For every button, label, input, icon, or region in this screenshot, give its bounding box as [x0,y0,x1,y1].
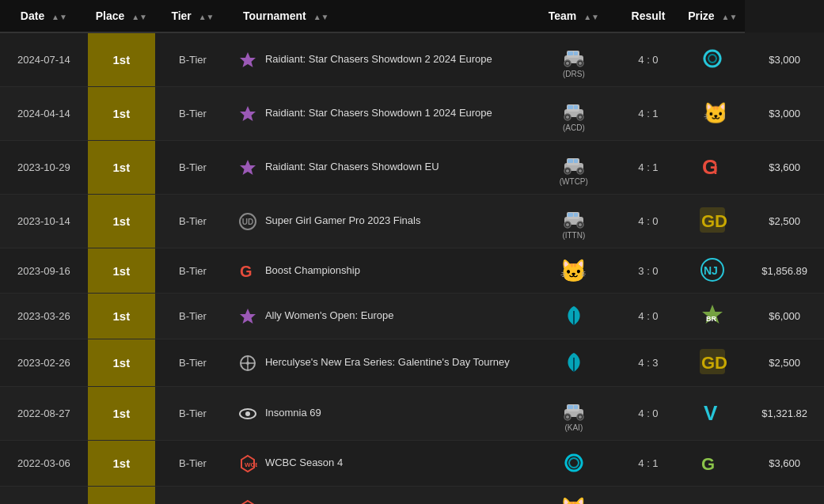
tier-cell: B-Tier [155,487,230,505]
tournament-name: Raidiant: Star Chasers Showdown 1 2024 E… [265,106,492,120]
result-cell: 4 : 0 [617,294,680,339]
tournament-icon: WCB [237,498,259,504]
prize-cell: $1,856.89 [745,248,824,294]
svg-rect-34 [568,213,573,217]
result-cell: 4 : 0 [617,487,680,505]
tournament-cell[interactable]: Ally Women's Open: Europe [230,294,531,339]
tournament-name: Insomnia 69 [265,406,321,420]
tournament-cell[interactable]: UD Super Girl Gamer Pro 2023 Finals [230,195,531,248]
tournament-cell[interactable]: Herculyse's New Era Series: Galentine's … [230,339,531,387]
opponent-cell: G [680,441,745,487]
team-cell: 🐱 [531,487,617,505]
tournament-icon: WCB [237,453,259,475]
tournament-cell[interactable]: Raidiant: Star Chasers Showdown EU [230,141,531,195]
tournament-name: Super Girl Gamer Pro 2023 Finals [265,214,421,228]
tier-cell: B-Tier [155,248,230,294]
place-cell: 1st [88,32,155,87]
date-cell: 2022-03-06 [0,441,88,487]
tournament-cell[interactable]: Insomnia 69 [230,387,531,441]
place-cell: 1st [88,87,155,141]
header-tier[interactable]: Tier ▲▼ [155,0,230,32]
table-row: 2023-02-26 1st B-Tier Herculyse's New Er… [0,339,824,387]
svg-text:G: G [701,454,715,474]
svg-text:BR: BR [706,315,716,323]
tournament-icon: UD [237,210,259,233]
opponent-cell: GD [680,195,745,248]
svg-marker-0 [240,52,256,67]
svg-text:GD: GD [701,211,727,231]
result-cell: 4 : 1 [617,87,680,141]
team-cell: (WTCP) [531,141,617,195]
date-cell: 2023-02-26 [0,339,88,387]
place-cell: 1st [88,248,155,294]
svg-text:G: G [240,263,253,280]
svg-text:V: V [704,401,718,425]
opponent-cell [680,32,745,87]
header-result[interactable]: Result [617,0,680,32]
place-cell: 1st [88,387,155,441]
tier-cell: B-Tier [155,141,230,195]
opponent-cell: 🐱 [680,87,745,141]
header-prize[interactable]: Prize ▲▼ [680,0,745,32]
opponent-cell: BR [680,294,745,339]
svg-rect-3 [568,51,573,55]
tournament-cell[interactable]: WCB WCBC Season 3 - Europe Playoffs [230,487,531,505]
team-cell: (ACD) [531,87,617,141]
table-row: 2023-10-29 1st B-Tier Raidiant: Star Cha… [0,141,824,195]
result-cell: 4 : 1 [617,141,680,195]
team-cell: (KAI) [531,387,617,441]
header-tournament[interactable]: Tournament ▲▼ [230,0,531,32]
result-cell: 4 : 1 [617,441,680,487]
date-cell: 2024-04-14 [0,87,88,141]
table-row: 2023-09-16 1st B-Tier G Boost Championsh… [0,248,824,294]
header-place[interactable]: Place ▲▼ [88,0,155,32]
table-row: 2022-03-06 1st B-Tier WCB WCBC Season 4 … [0,441,824,487]
date-cell: 2021-03-06 [0,487,88,505]
svg-point-27 [579,169,582,172]
tournament-icon [237,49,259,71]
sort-arrows-tournament: ▲▼ [313,13,329,21]
prize-cell: $3,600 [745,441,824,487]
team-cell [531,441,617,487]
svg-text:!: ! [713,161,718,177]
opponent-cell: SKB [680,487,745,505]
table-row: 2023-03-26 1st B-Tier Ally Women's Open:… [0,294,824,339]
tournament-cell[interactable]: G Boost Championship [230,248,531,294]
svg-text:🐱: 🐱 [703,100,725,125]
tier-cell: B-Tier [155,441,230,487]
tier-cell: B-Tier [155,195,230,248]
table-row: 2023-10-14 1st B-Tier UD Super Girl Game… [0,195,824,248]
svg-rect-13 [574,105,578,109]
tier-cell: B-Tier [155,387,230,441]
tournament-icon: G [237,260,259,282]
tournament-icon [237,403,259,425]
table-row: 2024-04-14 1st B-Tier Raidiant: Star Cha… [0,87,824,141]
result-cell: 4 : 0 [617,387,680,441]
date-cell: 2024-07-14 [0,32,88,87]
table-row: 2024-07-14 1st B-Tier Raidiant: Star Cha… [0,32,824,87]
svg-point-38 [566,223,569,226]
header-team[interactable]: Team ▲▼ [531,0,617,32]
tournament-cell[interactable]: Raidiant: Star Chasers Showdown 1 2024 E… [230,87,531,141]
tournament-icon [237,305,259,328]
table-row: 2022-08-27 1st B-Tier Insomnia 69 (KAI) … [0,387,824,441]
result-cell: 4 : 0 [617,195,680,248]
sort-arrows-tier: ▲▼ [199,13,215,21]
tournament-cell[interactable]: WCB WCBC Season 4 [230,441,531,487]
table-row: 2021-03-06 1st B-Tier WCB WCBC Season 3 … [0,487,824,505]
place-cell: 1st [88,441,155,487]
sort-arrows-place: ▲▼ [131,13,147,21]
svg-point-26 [566,169,569,172]
svg-rect-23 [574,159,578,163]
opponent-cell: NJ [680,248,745,294]
prize-cell: $3,000 [745,87,824,141]
result-cell: 4 : 3 [617,339,680,387]
tournament-cell[interactable]: Raidiant: Star Chasers Showdown 2 2024 E… [230,32,531,87]
date-cell: 2023-09-16 [0,248,88,294]
svg-text:NJ: NJ [704,264,718,277]
prize-cell: $3,000 [745,487,824,505]
header-date[interactable]: Date ▲▼ [0,0,88,32]
team-cell: (ITTN) [531,195,617,248]
opponent-cell: V [680,387,745,441]
svg-text:UD: UD [242,218,253,226]
